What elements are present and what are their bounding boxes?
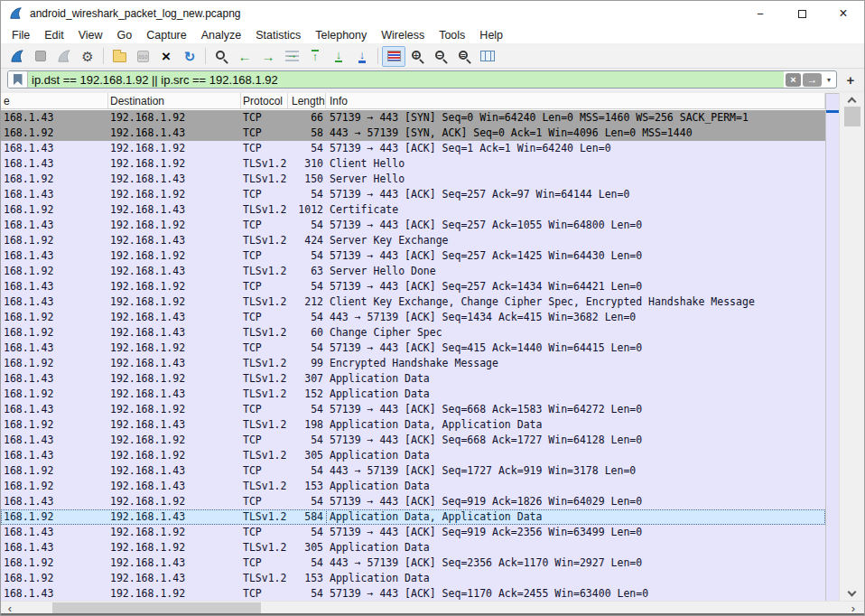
packet-row[interactable]: 168.1.92192.168.1.43TLSv1.21012Certifica… (1, 202, 825, 218)
packet-row[interactable]: 168.1.43192.168.1.92TCP5457139 → 443 [AC… (1, 248, 825, 264)
go-back-button[interactable]: ← (233, 46, 256, 67)
menu-help[interactable]: Help (472, 27, 510, 43)
packet-row[interactable]: 168.1.92192.168.1.43TLSv1.2152Applicatio… (1, 387, 825, 402)
close-file-button[interactable]: × (154, 46, 178, 67)
menu-edit[interactable]: Edit (37, 27, 71, 43)
column-header-length[interactable]: Length (288, 93, 326, 108)
packet-row[interactable]: 168.1.92192.168.1.43TLSv1.2153Applicatio… (1, 571, 825, 586)
packet-row[interactable]: 168.1.92192.168.1.43TCP54443 → 57139 [AC… (1, 310, 825, 325)
packet-row[interactable]: 168.1.43192.168.1.92TCP5457139 → 443 [AC… (1, 218, 825, 233)
menu-file[interactable]: File (5, 27, 37, 43)
column-header-info[interactable]: Info (326, 93, 825, 108)
vertical-scrollbar[interactable] (839, 93, 864, 601)
display-filter-input[interactable]: ip.dst == 192.168.1.92 || ip.src == 192.… (7, 70, 837, 89)
close-button[interactable]: × (823, 1, 864, 26)
open-file-button[interactable] (107, 46, 131, 67)
go-to-bottom-button[interactable]: ↓ (327, 46, 350, 67)
packet-row[interactable]: 168.1.43192.168.1.92TCP5457139 → 443 [AC… (1, 187, 825, 202)
minimize-button[interactable]: − (739, 1, 781, 26)
length-cell: 305 (288, 540, 326, 555)
find-packet-button[interactable] (209, 46, 233, 67)
packet-row[interactable]: 168.1.43192.168.1.92TLSv1.2305Applicatio… (1, 540, 825, 555)
filter-expression[interactable]: ip.dst == 192.168.1.92 || ip.src == 192.… (28, 71, 784, 88)
capture-options-button[interactable]: ⚙ (76, 46, 99, 67)
packet-row[interactable]: 168.1.43192.168.1.92TLSv1.2310Client Hel… (1, 156, 825, 172)
zoom-original-button[interactable]: = (452, 46, 476, 67)
menu-capture[interactable]: Capture (139, 27, 193, 43)
go-to-top-button[interactable]: ↑ (303, 46, 327, 67)
packet-row[interactable]: 168.1.43192.168.1.92TLSv1.2305Applicatio… (1, 448, 825, 463)
packet-row[interactable]: 168.1.92192.168.1.43TLSv1.2424Server Key… (1, 233, 825, 248)
scroll-left-arrow[interactable]: ‹ (3, 602, 17, 614)
packet-row[interactable]: 168.1.92192.168.1.43TLSv1.263Server Hell… (1, 264, 825, 279)
zoom-out-button[interactable]: − (429, 46, 452, 67)
save-file-button[interactable] (131, 46, 154, 67)
protocol-cell: TLSv1.2 (241, 417, 288, 433)
menu-tools[interactable]: Tools (432, 27, 472, 43)
info-cell: 57139 → 443 [ACK] Seq=1 Ack=1 Win=64240 … (326, 141, 825, 156)
packet-row[interactable]: 168.1.92192.168.1.43TCP54443 → 57139 [AC… (1, 555, 825, 571)
packet-row[interactable]: 168.1.92192.168.1.43TLSv1.2150Server Hel… (1, 172, 825, 187)
packet-row[interactable]: 168.1.43192.168.1.92TCP6657139 → 443 [SY… (1, 110, 825, 126)
filter-bookmark-button[interactable] (8, 71, 28, 88)
go-to-packet-button[interactable] (280, 46, 303, 67)
destination-cell: 192.168.1.92 (108, 494, 241, 509)
window-bottom-edge (1, 613, 864, 615)
menu-go[interactable]: Go (110, 27, 140, 43)
packet-row[interactable]: 168.1.92192.168.1.43TLSv1.2153Applicatio… (1, 479, 825, 494)
reload-file-button[interactable]: ↻ (178, 46, 201, 67)
column-header-protocol[interactable]: Protocol (241, 93, 288, 108)
length-cell: 99 (288, 356, 326, 371)
title-bar: android_wireshark_packet_log_new.pcapng … (1, 1, 864, 26)
packet-row[interactable]: 168.1.92192.168.1.43TLSv1.260Change Ciph… (1, 325, 825, 341)
packet-row[interactable]: 168.1.43192.168.1.92TCP5457139 → 443 [AC… (1, 141, 825, 156)
menu-telephony[interactable]: Telephony (308, 27, 374, 43)
packet-row[interactable]: 168.1.92192.168.1.43TLSv1.2198Applicatio… (1, 417, 825, 433)
maximize-button[interactable] (781, 1, 823, 26)
menu-view[interactable]: View (71, 27, 110, 43)
go-forward-button[interactable]: → (256, 46, 280, 67)
packet-row[interactable]: 168.1.43192.168.1.92TCP5457139 → 443 [AC… (1, 402, 825, 417)
scroll-up-arrow[interactable] (840, 93, 864, 107)
packet-row[interactable]: 168.1.92192.168.1.43TLSv1.299Encrypted H… (1, 356, 825, 371)
scroll-right-arrow[interactable]: › (846, 602, 860, 614)
packet-row-selected[interactable]: 168.1.92192.168.1.43TLSv1.2584Applicatio… (1, 509, 825, 525)
packet-row[interactable]: 168.1.43192.168.1.92TCP5457139 → 443 [AC… (1, 494, 825, 509)
source-cell: 168.1.92 (1, 325, 108, 341)
add-filter-button[interactable]: + (842, 70, 859, 89)
start-capture-button[interactable] (5, 46, 29, 67)
zoom-in-button[interactable]: + (405, 46, 429, 67)
column-header-source[interactable]: e (1, 93, 108, 108)
restart-capture-button[interactable] (52, 46, 76, 67)
protocol-cell: TLSv1.2 (241, 264, 288, 279)
filter-clear-button[interactable]: × (786, 73, 801, 87)
column-header-destination[interactable]: Destination (108, 93, 241, 108)
packet-row[interactable]: 168.1.43192.168.1.92TLSv1.2212Client Key… (1, 294, 825, 310)
source-cell: 168.1.43 (1, 141, 108, 156)
menu-analyze[interactable]: Analyze (194, 27, 248, 43)
packet-row[interactable]: 168.1.43192.168.1.92TCP5457139 → 443 [AC… (1, 586, 825, 601)
packet-row[interactable]: 168.1.43192.168.1.92TCP5457139 → 443 [AC… (1, 433, 825, 448)
vertical-scrollbar-thumb[interactable] (844, 107, 860, 126)
menu-wireless[interactable]: Wireless (374, 27, 432, 43)
packet-row[interactable]: 168.1.43192.168.1.92TCP5457139 → 443 [AC… (1, 341, 825, 356)
menu-statistics[interactable]: Statistics (248, 27, 308, 43)
filter-dropdown-caret[interactable]: ▼ (822, 71, 836, 88)
protocol-cell: TCP (241, 433, 288, 448)
destination-cell: 192.168.1.43 (108, 571, 241, 586)
resize-columns-button[interactable] (476, 46, 499, 67)
packet-row[interactable]: 168.1.92192.168.1.43TCP58443 → 57139 [SY… (1, 126, 825, 141)
auto-scroll-button[interactable]: ↓ (350, 46, 374, 67)
stop-capture-button[interactable] (29, 46, 52, 67)
protocol-cell: TCP (241, 126, 288, 141)
filter-apply-button[interactable]: → (803, 73, 822, 87)
packet-row[interactable]: 168.1.43192.168.1.92TCP5457139 → 443 [AC… (1, 279, 825, 294)
packet-row[interactable]: 168.1.92192.168.1.43TCP54443 → 57139 [AC… (1, 463, 825, 479)
colorize-packets-button[interactable] (382, 46, 405, 67)
packet-row[interactable]: 168.1.43192.168.1.92TCP5457139 → 443 [AC… (1, 525, 825, 540)
packet-row[interactable]: 168.1.43192.168.1.92TLSv1.2307Applicatio… (1, 371, 825, 387)
source-cell: 168.1.92 (1, 571, 108, 586)
scroll-down-arrow[interactable] (840, 587, 864, 601)
arrow-right-green-icon: → (262, 50, 275, 63)
info-cell: Application Data (326, 448, 825, 463)
